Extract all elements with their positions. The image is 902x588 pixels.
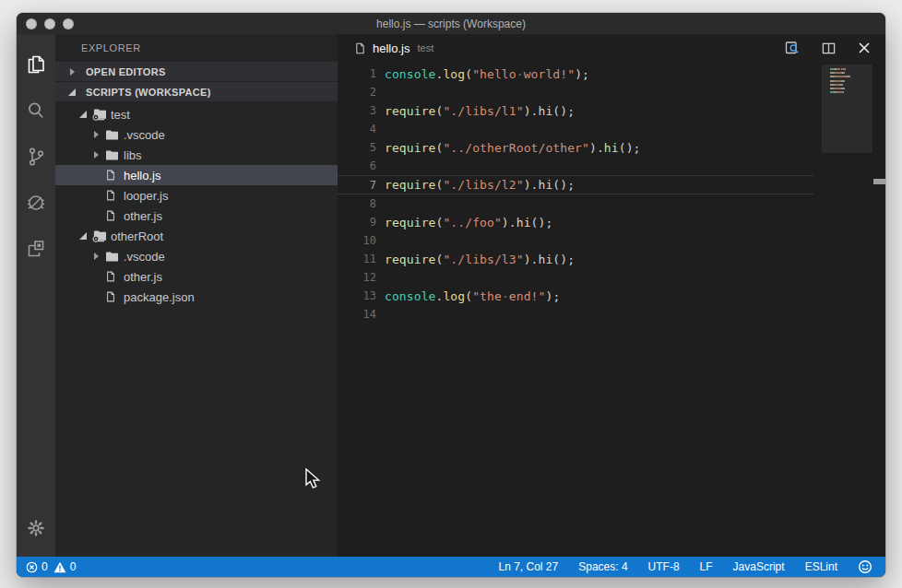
file-icon [105,189,116,202]
feedback-smiley-icon[interactable] [858,559,872,574]
traffic-lights [26,13,74,34]
status-spaces-4[interactable]: Spaces: 4 [578,560,627,573]
tree-item-label: looper.js [124,189,168,203]
code-line-10[interactable]: 10 [338,231,885,250]
section-scripts-workspace[interactable]: SCRIPTS (WORKSPACE) [55,82,338,102]
code-line-12[interactable]: 12 [338,268,885,287]
tree-item--vscode[interactable]: .vscode [55,124,338,145]
line-number: 7 [338,179,376,192]
code-line-9[interactable]: 9require("../foo").hi(); [338,213,885,231]
tree-item-hello-js[interactable]: hello.js [55,165,338,185]
twistie-icon [78,109,89,120]
code-line-6[interactable]: 6 [338,157,885,175]
code-line-5[interactable]: 5require("../otherRoot/other").hi(); [338,138,885,157]
line-number: 14 [338,308,376,321]
error-icon [26,561,38,573]
file-icon [105,270,116,283]
code-line-3[interactable]: 3require("./libs/l1").hi(); [338,101,885,120]
split-editor-icon[interactable] [821,41,836,55]
error-count: 0 [42,560,48,573]
line-number: 3 [338,104,376,117]
tree-item-looper-js[interactable]: looper.js [55,185,338,206]
vscode-window: hello.js — scripts (Workspace) [17,13,885,577]
tree-item-otherroot[interactable]: otherRoot [55,226,338,246]
source-control-icon[interactable] [17,134,55,180]
preview-icon[interactable] [785,41,800,55]
tree-item--vscode[interactable]: .vscode [55,246,338,266]
line-number: 8 [338,197,376,210]
section-open-editors[interactable]: OPEN EDITORS [55,62,338,82]
tree-item-label: .vscode [124,128,165,142]
tree-item-label: other.js [124,270,162,284]
search-icon[interactable] [17,88,55,134]
overview-ruler-cursor [873,179,885,184]
tab-bar: hello.js test [338,34,885,62]
root-folder-icon [92,108,107,121]
close-icon[interactable] [857,41,872,55]
tree-item-label: other.js [124,209,162,223]
code-line-14[interactable]: 14 [338,305,885,323]
code-line-8[interactable]: 8 [338,194,885,213]
tab-folder-hint: test [417,42,433,53]
twistie-icon [78,230,89,241]
folder-icon [105,129,119,141]
tree-item-other-js[interactable]: other.js [55,206,338,226]
chevron-right-icon [67,66,78,77]
line-number: 11 [338,253,376,265]
tree-item-package-json[interactable]: package.json [55,287,338,307]
twistie-icon [91,190,102,201]
warning-count: 0 [70,560,77,573]
problems-errors[interactable]: 0 [26,560,48,573]
code-line-4[interactable]: 4 [338,120,885,138]
tree-item-test[interactable]: test [55,104,338,124]
twistie-icon [91,149,102,160]
code-line-1[interactable]: 1console.log("hello·world!"); [338,65,885,83]
chevron-down-icon [67,87,78,98]
minimap[interactable] [822,65,872,249]
twistie-icon [91,210,102,221]
explorer-sidebar: EXPLORER OPEN EDITORS SCRIPTS (WORKSPACE… [55,34,338,557]
tree-item-other-js[interactable]: other.js [55,266,338,287]
status-lf[interactable]: LF [700,560,713,573]
tree-item-label: libs [124,148,142,162]
zoom-window-button[interactable] [63,18,74,29]
file-icon [354,41,366,55]
line-number: 12 [338,271,376,284]
tree-item-label: test [111,108,130,122]
status-eslint[interactable]: ESLint [805,560,837,573]
file-icon [105,209,116,222]
code-line-11[interactable]: 11require("./libs/l3").hi(); [338,250,885,268]
minimize-window-button[interactable] [44,18,55,29]
line-number: 4 [338,123,376,135]
extensions-icon[interactable] [17,226,55,272]
tree-item-label: package.json [124,290,195,304]
twistie-icon [91,170,102,181]
tab-filename: hello.js [373,41,409,55]
tree-item-label: .vscode [124,250,165,264]
code-line-2[interactable]: 2 [338,83,885,101]
status-ln-7-col-27[interactable]: Ln 7, Col 27 [499,560,559,573]
close-window-button[interactable] [26,18,37,29]
status-utf-8[interactable]: UTF-8 [648,560,680,573]
editor-actions [785,41,885,55]
problems-warnings[interactable]: 0 [53,560,77,573]
settings-gear-icon[interactable] [17,505,55,551]
file-icon [105,290,116,303]
line-number: 10 [338,234,376,247]
sidebar-title: EXPLORER [55,34,338,62]
code-line-7[interactable]: 7require("./libs/l2").hi(); [338,175,813,194]
line-number: 2 [338,86,376,99]
explorer-icon[interactable] [17,41,55,88]
tree-item-libs[interactable]: libs [55,145,338,165]
tab-hello-js[interactable]: hello.js test [338,34,448,62]
mouse-cursor [304,468,322,491]
twistie-icon [91,129,102,140]
debug-icon[interactable] [17,180,55,226]
tree-item-label: otherRoot [111,229,163,243]
code-line-13[interactable]: 13console.log("the·end!"); [338,287,885,305]
status-javascript[interactable]: JavaScript [733,560,785,573]
minimap-slider[interactable] [822,65,872,153]
twistie-icon [91,271,102,282]
code-editor[interactable]: 1console.log("hello·world!");23require("… [338,62,885,557]
warning-icon [53,561,66,573]
